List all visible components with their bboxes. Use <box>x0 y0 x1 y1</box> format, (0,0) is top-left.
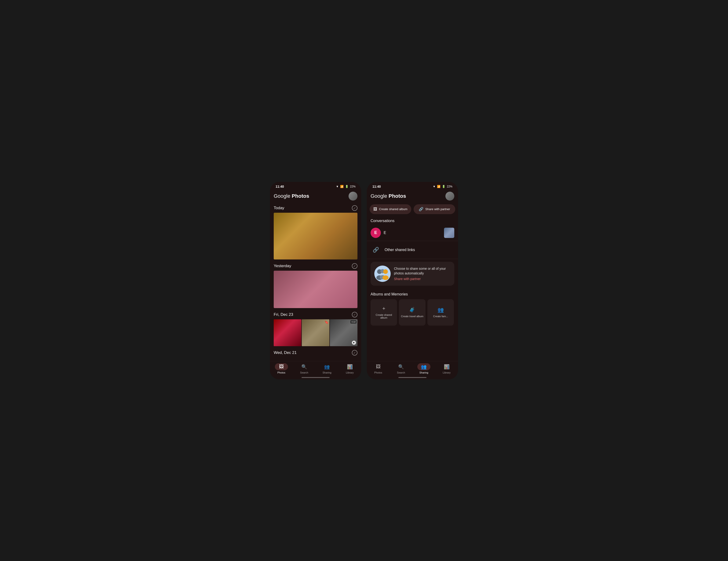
wifi-icon: ▼ <box>336 185 339 188</box>
partner-card-text: Choose to share some or all of your phot… <box>394 267 451 281</box>
date-label-dec21: Wed, Dec 21 <box>274 350 297 355</box>
nav-library-icon-wrap: 📊 <box>343 363 356 370</box>
check-dec21[interactable]: ✓ <box>352 350 357 355</box>
photos-nav-icon: 🖼 <box>279 364 284 369</box>
home-indicator-2 <box>398 377 426 378</box>
user-avatar-2[interactable] <box>445 192 454 201</box>
user-avatar-1[interactable] <box>349 192 357 201</box>
search-nav-icon: 🔍 <box>301 364 307 369</box>
svg-point-6 <box>382 276 389 280</box>
nav2-photos-icon: 🖼 <box>376 364 381 369</box>
albums-grid: + Create shared album 🧳 Create travel al… <box>367 299 458 325</box>
sharing-nav-icon: 👥 <box>324 364 330 369</box>
signal-icon-2: 📶 <box>437 185 440 188</box>
nav2-library-wrap: 📊 <box>440 363 453 370</box>
app-logo-1: Google Photos <box>274 193 309 199</box>
photo-dec23-1[interactable] <box>274 319 301 346</box>
date-label-dec23: Fri, Dec 23 <box>274 312 293 317</box>
check-yesterday[interactable]: ✓ <box>352 263 357 269</box>
photo-row-dec23: 🔖 0:10 ▶ <box>274 319 357 346</box>
date-label-today: Today <box>274 206 284 211</box>
check-today[interactable]: ✓ <box>352 205 357 211</box>
partner-sharing-card[interactable]: Choose to share some or all of your phot… <box>371 262 454 285</box>
album-shared-icon: + <box>382 305 385 311</box>
nav2-library-label: Library <box>443 371 451 374</box>
other-shared-links-item[interactable]: 🔗 Other shared links <box>367 242 458 258</box>
create-album-label: Create shared album <box>379 207 407 211</box>
photo-today-full[interactable] <box>274 213 357 260</box>
signal-icon: 📶 <box>340 185 344 188</box>
partner-card-link[interactable]: Share with partner <box>394 277 451 281</box>
photos-content: Today ✓ Yesterday ✓ Fri, Dec 23 ✓ <box>270 203 361 379</box>
svg-point-0 <box>374 266 391 282</box>
play-icon: ▶ <box>352 340 356 345</box>
date-header-yesterday: Yesterday ✓ <box>274 263 357 269</box>
sharing-content: 🖼 Create shared album 🔗 Share with partn… <box>367 203 458 379</box>
sharing-screen: 11:40 ▼ 📶 🔋 22% Google Photos <box>367 182 458 379</box>
nav-search-icon-wrap: 🔍 <box>298 363 311 370</box>
status-time-2: 11:40 <box>372 185 381 189</box>
link-chain-icon: 🔗 <box>373 247 379 253</box>
photo-yesterday-full[interactable] <box>274 271 357 308</box>
section-dec23: Fri, Dec 23 ✓ 🔖 0:10 ▶ <box>270 310 361 348</box>
nav2-photos-label: Photos <box>374 371 382 374</box>
wifi-icon-2: ▼ <box>433 185 436 188</box>
album-travel-label: Create travel album <box>400 315 425 318</box>
album-shared-label: Create shared album <box>371 313 397 319</box>
nav2-photos-wrap: 🖼 <box>372 363 385 370</box>
conversations-title: Conversations <box>367 218 458 226</box>
date-header-today: Today ✓ <box>274 205 357 211</box>
nav2-sharing-icon: 👥 <box>421 364 427 369</box>
app-logo-2: Google Photos <box>371 193 406 199</box>
section-yesterday: Yesterday ✓ <box>270 261 361 310</box>
svg-point-5 <box>383 269 388 274</box>
nav2-library[interactable]: 📊 Library <box>435 363 458 374</box>
partner-btn-icon: 🔗 <box>419 207 423 211</box>
create-shared-album-button[interactable]: 🖼 Create shared album <box>370 204 411 214</box>
status-bar-1: 11:40 ▼ 📶 🔋 22% <box>270 182 361 190</box>
photo-dec23-3[interactable]: 0:10 ▶ <box>330 319 357 346</box>
nav-library[interactable]: 📊 Library <box>339 363 361 374</box>
avatar-img-1 <box>349 192 357 201</box>
album-card-shared[interactable]: + Create shared album <box>371 299 397 325</box>
battery-icon: 🔋 <box>345 185 349 188</box>
conv-name-e: E <box>384 231 441 235</box>
status-time-1: 11:40 <box>276 185 284 189</box>
status-bar-2: 11:40 ▼ 📶 🔋 22% <box>367 182 458 190</box>
app-header-1: Google Photos <box>270 190 361 203</box>
logo-google-2: Google <box>371 193 387 199</box>
section-today: Today ✓ <box>270 203 361 261</box>
album-card-travel[interactable]: 🧳 Create travel album <box>399 299 425 325</box>
nav2-search-wrap: 🔍 <box>394 363 408 370</box>
check-dec23[interactable]: ✓ <box>352 312 357 317</box>
nav2-sharing[interactable]: 👥 Sharing <box>412 363 435 374</box>
nav2-sharing-label: Sharing <box>419 371 428 374</box>
battery-icon-2: 🔋 <box>442 185 445 188</box>
conv-initial-e: E <box>374 230 377 235</box>
date-label-yesterday: Yesterday <box>274 264 291 269</box>
nav2-search[interactable]: 🔍 Search <box>390 363 413 374</box>
nav2-search-label: Search <box>397 371 405 374</box>
album-family-label: Create fam... <box>432 315 449 318</box>
status-icons-2: ▼ 📶 🔋 22% <box>433 185 452 188</box>
nav2-photos[interactable]: 🖼 Photos <box>367 363 390 374</box>
albums-section-title: Albums and Memories <box>367 288 458 299</box>
battery-level-2: 22% <box>447 185 452 188</box>
conv-thumb-e <box>444 228 454 238</box>
partner-card-desc: Choose to share some or all of your phot… <box>394 267 451 276</box>
conversation-item-e[interactable]: E E <box>367 226 458 240</box>
album-family-icon: 👥 <box>437 307 444 313</box>
nav-search[interactable]: 🔍 Search <box>293 363 316 374</box>
date-header-dec23: Fri, Dec 23 ✓ <box>274 312 357 317</box>
share-with-partner-button[interactable]: 🔗 Share with partner <box>414 204 455 214</box>
album-card-family[interactable]: 👥 Create fam... <box>427 299 454 325</box>
nav-photos[interactable]: 🖼 Photos <box>270 363 293 374</box>
logo-photos-1: Photos <box>292 193 309 199</box>
nav-sharing[interactable]: 👥 Sharing <box>316 363 339 374</box>
action-buttons-row: 🖼 Create shared album 🔗 Share with partn… <box>367 203 458 218</box>
app-header-2: Google Photos <box>367 190 458 203</box>
status-icons-1: ▼ 📶 🔋 22% <box>336 185 356 188</box>
photo-dec23-2[interactable]: 🔖 <box>302 319 329 346</box>
bottom-nav-2: 🖼 Photos 🔍 Search 👥 Sharing 📊 <box>367 361 458 379</box>
home-indicator-1 <box>302 377 330 378</box>
